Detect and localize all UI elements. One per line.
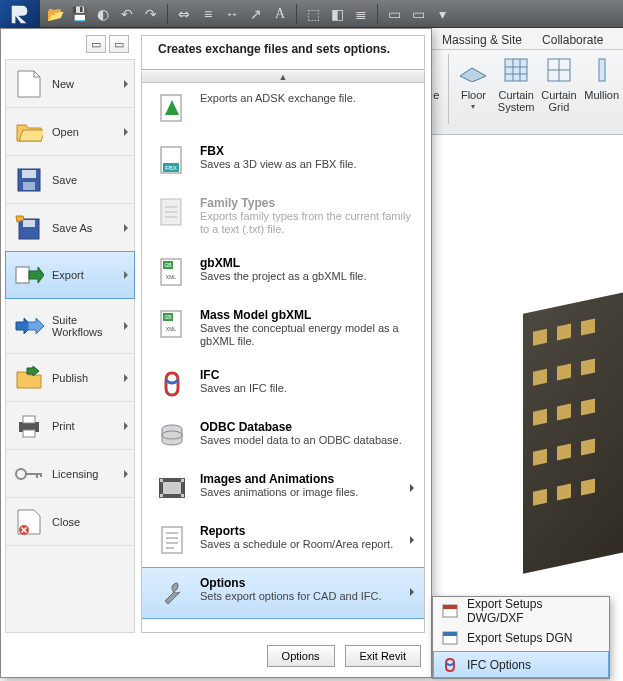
qat-thinlines-icon[interactable]: ≣ — [350, 3, 372, 25]
submenu-desc: Exports an ADSK exchange file. — [200, 92, 356, 104]
ribbon-label: Curtain — [541, 89, 576, 101]
app-menu-button[interactable] — [0, 0, 40, 28]
svg-rect-17 — [16, 267, 29, 283]
menu-item-open[interactable]: Open — [6, 108, 134, 156]
svg-point-25 — [16, 469, 26, 479]
menu-item-save[interactable]: Save — [6, 156, 134, 204]
chevron-right-icon — [124, 271, 128, 279]
scroll-up-button[interactable]: ▲ — [142, 71, 424, 83]
submenu-desc: Sets export options for CAD and IFC. — [200, 590, 382, 602]
svg-marker-20 — [28, 318, 44, 334]
menu-label: Export — [52, 269, 84, 281]
qat-save-icon[interactable]: 💾 — [68, 3, 90, 25]
ribbon-label: Floor — [461, 89, 486, 101]
qat-customize-icon[interactable]: ▾ — [431, 3, 453, 25]
svg-rect-55 — [181, 494, 184, 497]
submenu-item-adsk[interactable]: Exports an ADSK exchange file. — [142, 83, 424, 135]
film-strip-icon — [157, 474, 187, 502]
chevron-right-icon — [124, 128, 128, 136]
menu-label: Print — [52, 420, 75, 432]
submenu-item-gbxml[interactable]: GBXML gbXML Saves the project as a gbXML… — [142, 247, 424, 299]
submenu-item-family-types: Family Types Exports family types from t… — [142, 187, 424, 247]
exit-revit-button[interactable]: Exit Revit — [345, 645, 421, 667]
svg-rect-26 — [25, 473, 41, 475]
menu-item-publish[interactable]: Publish — [6, 354, 134, 402]
qat-align-icon[interactable]: ≡ — [197, 3, 219, 25]
ribbon-tab-collaborate[interactable]: Collaborate — [532, 30, 613, 49]
menu-item-print[interactable]: Print — [6, 402, 134, 450]
chevron-right-icon — [124, 470, 128, 478]
open-folder-icon — [15, 121, 43, 143]
submenu-item-odbc[interactable]: ODBC Database Saves model data to an ODB… — [142, 411, 424, 463]
flyout-item-ifc-options[interactable]: IFC Options — [433, 651, 609, 678]
family-types-icon — [157, 197, 187, 227]
menu-item-licensing[interactable]: Licensing — [6, 450, 134, 498]
ribbon-item-mullion[interactable]: Mullion — [580, 50, 623, 101]
flyout-label: Export Setups DGN — [467, 631, 572, 645]
qat-sync-icon[interactable]: ◐ — [92, 3, 114, 25]
ribbon-item-curtain-system[interactable]: Curtain System — [495, 50, 538, 113]
flyout-item-dwg-dxf[interactable]: Export Setups DWG/DXF — [433, 597, 609, 624]
wrench-icon — [157, 577, 187, 607]
qat-dimension-icon[interactable]: ↔ — [221, 3, 243, 25]
qat-separator — [296, 4, 297, 24]
fbx-file-icon: FBX — [157, 145, 187, 175]
model-preview — [523, 288, 623, 574]
menu-item-save-as[interactable]: Save As — [6, 204, 134, 252]
qat-open-icon[interactable]: 📂 — [44, 3, 66, 25]
qat-tag-icon[interactable]: ↗ — [245, 3, 267, 25]
submenu-item-images-animations[interactable]: Images and Animations Saves animations o… — [142, 463, 424, 515]
submenu-desc: Saves a 3D view as an FBX file. — [200, 158, 357, 170]
submenu-item-ifc[interactable]: IFC Saves an IFC file. — [142, 359, 424, 411]
options-button[interactable]: Options — [267, 645, 335, 667]
menu-label: Licensing — [52, 468, 98, 480]
mullion-icon — [589, 57, 615, 83]
submenu-item-reports[interactable]: Reports Saves a schedule or Room/Area re… — [142, 515, 424, 567]
svg-rect-1 — [505, 59, 527, 81]
submenu-title: Family Types — [200, 196, 414, 210]
submenu-title: Creates exchange files and sets options. — [158, 42, 390, 56]
chevron-right-icon — [124, 224, 128, 232]
ribbon-panel-build: e Floor ▾ Curtain System Curtain Grid Mu… — [410, 50, 623, 135]
submenu-item-mass-gbxml[interactable]: GBXML Mass Model gbXML Saves the concept… — [142, 299, 424, 359]
gbxml-file-icon: GBXML — [157, 257, 187, 287]
gbxml-file-icon: GBXML — [157, 309, 187, 339]
save-icon — [16, 167, 42, 193]
menu-label: Open — [52, 126, 79, 138]
svg-rect-15 — [23, 220, 35, 227]
chevron-right-icon — [410, 588, 414, 596]
svg-text:XML: XML — [166, 326, 177, 332]
submenu-desc: Saves the project as a gbXML file. — [200, 270, 367, 282]
svg-rect-51 — [163, 482, 181, 494]
qat-switch-windows-icon[interactable]: ▭ — [407, 3, 429, 25]
recent-small-icon[interactable]: ▭ — [86, 35, 106, 53]
qat-undo-icon[interactable]: ↶ — [116, 3, 138, 25]
ribbon-item-curtain-grid[interactable]: Curtain Grid — [538, 50, 581, 113]
menu-item-export[interactable]: Export — [5, 251, 135, 299]
ifc-icon — [442, 657, 458, 673]
qat-measure-icon[interactable]: ⇔ — [173, 3, 195, 25]
quick-access-toolbar: 📂 💾 ◐ ↶ ↷ ⇔ ≡ ↔ ↗ A ⬚ ◧ ≣ ▭ ▭ ▾ — [40, 0, 453, 27]
ribbon-tab-massing[interactable]: Massing & Site — [432, 30, 532, 49]
chevron-right-icon — [124, 322, 128, 330]
flyout-label: IFC Options — [467, 658, 531, 672]
flyout-item-dgn[interactable]: Export Setups DGN — [433, 624, 609, 651]
menu-item-new[interactable]: New — [6, 60, 134, 108]
submenu-item-fbx[interactable]: FBX FBX Saves a 3D view as an FBX file. — [142, 135, 424, 187]
qat-section-icon[interactable]: ◧ — [326, 3, 348, 25]
qat-separator — [167, 4, 168, 24]
menu-label: Publish — [52, 372, 88, 384]
menu-item-suite-workflows[interactable]: Suite Workflows — [6, 298, 134, 354]
qat-3dview-icon[interactable]: ⬚ — [302, 3, 324, 25]
recent-large-icon[interactable]: ▭ — [109, 35, 129, 53]
ribbon-label: System — [498, 101, 535, 113]
submenu-item-options[interactable]: Options Sets export options for CAD and … — [142, 567, 424, 619]
svg-rect-64 — [443, 632, 457, 636]
menu-item-close[interactable]: Close — [6, 498, 134, 546]
submenu-export-list: ▲ Exports an ADSK exchange file. FBX FBX… — [141, 71, 425, 633]
qat-text-icon[interactable]: A — [269, 3, 291, 25]
ribbon-item-floor[interactable]: Floor ▾ — [452, 50, 495, 113]
qat-redo-icon[interactable]: ↷ — [140, 3, 162, 25]
qat-close-hidden-icon[interactable]: ▭ — [383, 3, 405, 25]
curtain-grid-icon — [546, 57, 572, 83]
